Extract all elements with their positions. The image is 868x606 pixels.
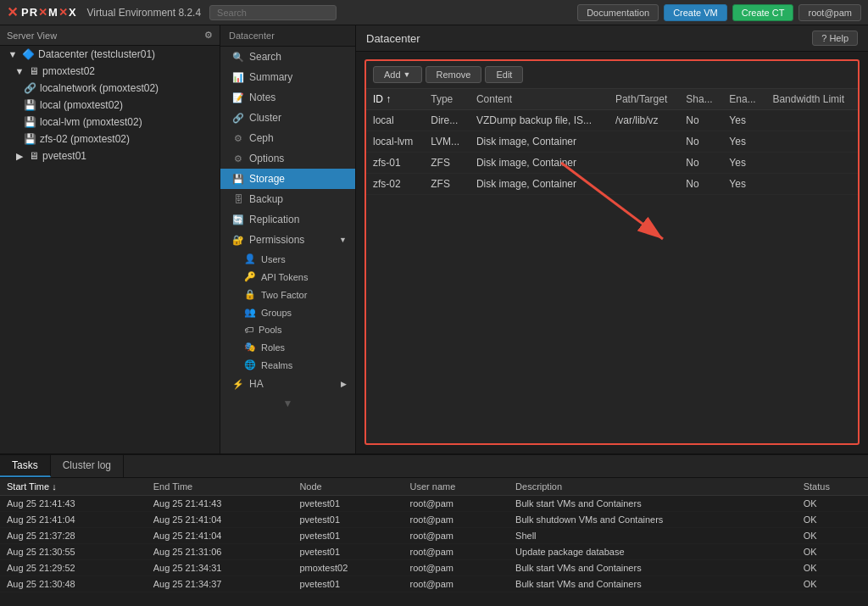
nav-sub-item-groups[interactable]: 👥 Groups bbox=[220, 303, 355, 321]
ha-arrow-icon: ▶ bbox=[341, 380, 347, 388]
cluster-icon: 🔗 bbox=[232, 113, 244, 124]
permissions-arrow-icon: ▼ bbox=[339, 236, 347, 244]
add-dropdown-icon: ▼ bbox=[403, 70, 411, 79]
pvetest-icon: ▶ bbox=[14, 151, 25, 162]
cell-bandwidth bbox=[765, 153, 858, 174]
zfs-icon: 💾 bbox=[24, 133, 36, 145]
col-type[interactable]: Type bbox=[424, 89, 470, 110]
col-content[interactable]: Content bbox=[470, 89, 609, 110]
table-row[interactable]: Aug 25 21:37:28 Aug 25 21:41:04 pvetest0… bbox=[0, 528, 868, 544]
cell-start: Aug 25 21:37:28 bbox=[0, 528, 147, 544]
col-start-time[interactable]: Start Time ↓ bbox=[0, 478, 147, 496]
add-button[interactable]: Add ▼ bbox=[373, 66, 422, 83]
cell-content: VZDump backup file, IS... bbox=[470, 110, 609, 131]
nav-item-notes[interactable]: 📝 Notes bbox=[220, 87, 355, 108]
nav-item-replication[interactable]: 🔄 Replication bbox=[220, 209, 355, 230]
backup-icon: 🗄 bbox=[232, 194, 244, 204]
content-header: Datacenter ? Help bbox=[356, 25, 868, 52]
nav-replication-label: Replication bbox=[249, 214, 299, 225]
replication-icon: 🔄 bbox=[232, 214, 244, 225]
tab-cluster-log[interactable]: Cluster log bbox=[51, 455, 124, 477]
nav-sub-item-users[interactable]: 👤 Users bbox=[220, 250, 355, 268]
nav-item-ha[interactable]: ⚡ HA ▶ bbox=[220, 374, 355, 394]
col-username[interactable]: User name bbox=[403, 478, 509, 496]
tree-item-localnetwork[interactable]: 🔗 localnetwork (pmoxtest02) bbox=[0, 80, 220, 97]
col-end-time[interactable]: End Time bbox=[147, 478, 293, 496]
cell-desc: Bulk start VMs and Containers bbox=[509, 576, 797, 592]
tab-tasks[interactable]: Tasks bbox=[0, 455, 51, 477]
ha-icon: ⚡ bbox=[232, 379, 244, 390]
user-button[interactable]: root@pam bbox=[798, 4, 861, 21]
nav-groups-label: Groups bbox=[261, 308, 292, 318]
nav-item-backup[interactable]: 🗄 Backup bbox=[220, 189, 355, 209]
sidebar-gear-icon[interactable]: ⚙ bbox=[204, 30, 213, 41]
table-row[interactable]: zfs-02 ZFS Disk image, Container No Yes bbox=[366, 174, 858, 195]
table-row[interactable]: Aug 25 21:29:52 Aug 25 21:34:31 pmoxtest… bbox=[0, 560, 868, 576]
edit-button[interactable]: Edit bbox=[485, 66, 523, 83]
nav-item-permissions[interactable]: 🔐 Permissions ▼ bbox=[220, 230, 355, 250]
remove-button[interactable]: Remove bbox=[426, 66, 482, 83]
cell-start: Aug 25 21:30:48 bbox=[0, 576, 147, 592]
ceph-icon: ⚙ bbox=[232, 133, 244, 144]
datacenter-icon: 🔷 bbox=[22, 48, 35, 60]
cell-shared: No bbox=[679, 174, 722, 195]
col-bandwidth[interactable]: Bandwidth Limit bbox=[765, 89, 858, 110]
cell-node: pvetest01 bbox=[292, 576, 403, 592]
node-label: pmoxtest02 bbox=[42, 65, 95, 77]
create-vm-button[interactable]: Create VM bbox=[664, 4, 727, 21]
roles-icon: 🎭 bbox=[244, 342, 256, 353]
table-row[interactable]: Aug 25 21:30:55 Aug 25 21:31:06 pvetest0… bbox=[0, 544, 868, 560]
nav-two-factor-label: Two Factor bbox=[261, 290, 307, 300]
node-icon: 🖥 bbox=[29, 65, 39, 77]
nav-item-search[interactable]: 🔍 Search bbox=[220, 47, 355, 67]
nav-item-ceph[interactable]: ⚙ Ceph bbox=[220, 128, 355, 148]
table-row[interactable]: Aug 25 21:41:04 Aug 25 21:41:04 pvetest0… bbox=[0, 512, 868, 528]
nav-cluster-label: Cluster bbox=[249, 112, 281, 124]
help-button[interactable]: ? Help bbox=[812, 31, 858, 46]
nav-ceph-label: Ceph bbox=[249, 132, 274, 144]
table-row[interactable]: Aug 25 21:41:43 Aug 25 21:41:43 pvetest0… bbox=[0, 496, 868, 512]
create-ct-button[interactable]: Create CT bbox=[732, 4, 794, 21]
col-status[interactable]: Status bbox=[797, 478, 868, 496]
cell-enabled: Yes bbox=[722, 131, 765, 153]
tree-item-local[interactable]: 💾 local (pmoxtest02) bbox=[0, 97, 220, 114]
cell-shared: No bbox=[679, 131, 722, 153]
table-row[interactable]: local-lvm LVM... Disk image, Container N… bbox=[366, 131, 858, 153]
users-icon: 👤 bbox=[244, 253, 256, 264]
search-input[interactable] bbox=[209, 5, 337, 20]
nav-item-storage[interactable]: 💾 Storage bbox=[220, 169, 355, 189]
col-description[interactable]: Description bbox=[509, 478, 797, 496]
table-row[interactable]: Aug 25 21:30:48 Aug 25 21:34:37 pvetest0… bbox=[0, 576, 868, 592]
nav-item-options[interactable]: ⚙ Options bbox=[220, 148, 355, 169]
nav-sub-item-roles[interactable]: 🎭 Roles bbox=[220, 338, 355, 356]
nav-item-summary[interactable]: 📊 Summary bbox=[220, 67, 355, 87]
col-enabled[interactable]: Ena... bbox=[722, 89, 765, 110]
cell-bandwidth bbox=[765, 131, 858, 153]
nav-pools-label: Pools bbox=[259, 325, 282, 335]
table-row[interactable]: local Dire... VZDump backup file, IS... … bbox=[366, 110, 858, 131]
local-label: local (pmoxtest02) bbox=[40, 99, 123, 111]
col-node[interactable]: Node bbox=[292, 478, 403, 496]
main-area: Server View ⚙ ▼ 🔷 Datacenter (testcluste… bbox=[0, 25, 868, 453]
table-row[interactable]: zfs-01 ZFS Disk image, Container No Yes bbox=[366, 153, 858, 174]
cell-status: OK bbox=[797, 560, 868, 576]
tree-item-pvetest01[interactable]: ▶ 🖥 pvetest01 bbox=[0, 147, 220, 164]
tree-item-pmoxtest02[interactable]: ▼ 🖥 pmoxtest02 bbox=[0, 63, 220, 80]
tree-item-local-lvm[interactable]: 💾 local-lvm (pmoxtest02) bbox=[0, 114, 220, 131]
nav-item-cluster[interactable]: 🔗 Cluster bbox=[220, 108, 355, 128]
logo: ✕ PR✕M✕X bbox=[7, 4, 77, 20]
pve-node-icon: 🖥 bbox=[29, 150, 39, 162]
api-tokens-icon: 🔑 bbox=[244, 271, 256, 282]
search-nav-icon: 🔍 bbox=[232, 52, 244, 63]
nav-sub-item-api-tokens[interactable]: 🔑 API Tokens bbox=[220, 268, 355, 286]
documentation-button[interactable]: Documentation bbox=[577, 4, 659, 21]
col-shared[interactable]: Sha... bbox=[679, 89, 722, 110]
nav-sub-item-realms[interactable]: 🌐 Realms bbox=[220, 356, 355, 374]
pools-icon: 🏷 bbox=[244, 325, 253, 335]
nav-sub-item-pools[interactable]: 🏷 Pools bbox=[220, 321, 355, 338]
tree-item-datacenter[interactable]: ▼ 🔷 Datacenter (testcluster01) bbox=[0, 46, 220, 63]
nav-sub-item-two-factor[interactable]: 🔒 Two Factor bbox=[220, 286, 355, 303]
col-path[interactable]: Path/Target bbox=[609, 89, 679, 110]
tree-item-zfs02[interactable]: 💾 zfs-02 (pmoxtest02) bbox=[0, 131, 220, 147]
col-id[interactable]: ID ↑ bbox=[366, 89, 424, 110]
